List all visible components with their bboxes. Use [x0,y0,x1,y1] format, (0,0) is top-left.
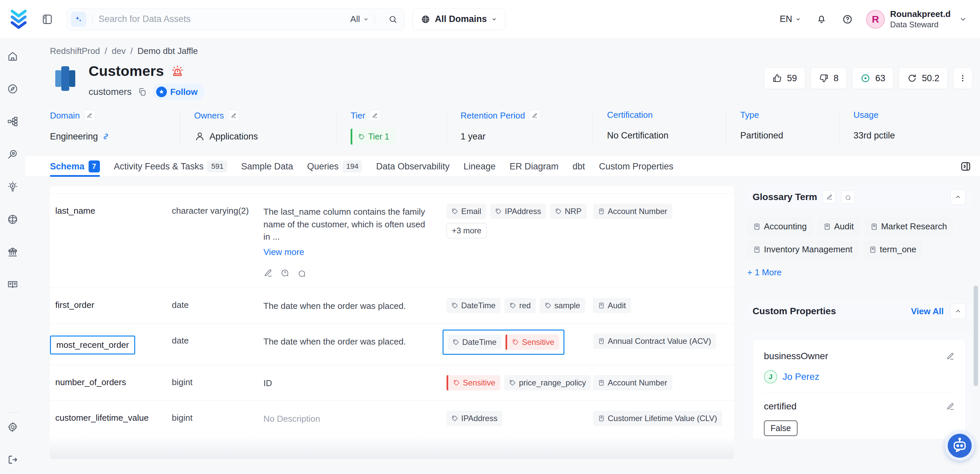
tag-chip[interactable]: IPAddress [490,204,546,219]
settings-gear-icon[interactable] [7,422,18,433]
search-icon[interactable] [388,14,398,24]
glossary-book-icon[interactable] [7,279,18,290]
request-description-icon[interactable] [280,269,290,278]
tag-chip[interactable]: price_range_policy [504,375,591,390]
tab-data-observability[interactable]: Data Observability [376,156,450,177]
ai-sparkle-icon[interactable] [71,12,86,27]
more-tags-chip[interactable]: +3 more [447,223,487,238]
tag-chip[interactable]: DateTime [447,334,501,350]
tab-activity-feeds[interactable]: Activity Feeds & Tasks591 [114,156,227,177]
edit-tier-button[interactable] [369,110,380,121]
sidebar-toggle-icon[interactable] [41,13,53,25]
follow-button[interactable]: Follow [153,84,204,100]
edit-glossary-button[interactable] [822,190,836,204]
collapse-custom-properties-button[interactable] [950,304,966,319]
glossary-term-chip[interactable]: Account Number [593,375,672,390]
lineage-sitemap-icon[interactable] [7,116,18,127]
tab-lineage[interactable]: Lineage [463,156,495,177]
owners-value[interactable]: Applications [210,132,258,142]
all-domains-button[interactable]: All Domains [412,9,505,30]
chatbot-button[interactable] [945,431,975,461]
search-input[interactable] [99,14,350,24]
quality-score-button[interactable]: 63 [852,68,893,89]
glossary-term-chip[interactable]: Customer Lifetime Value (CLV) [593,411,722,426]
help-icon[interactable] [842,14,853,25]
tab-queries[interactable]: Queries194 [307,156,362,177]
explore-compass-icon[interactable] [7,83,18,94]
highlighted-column-name[interactable]: most_recent_order [50,336,135,355]
collapse-panel-icon[interactable] [960,161,971,172]
glossary-term-chip[interactable]: term_one [863,240,923,259]
edit-retention-button[interactable] [529,110,541,121]
copy-icon[interactable] [137,87,147,97]
user-menu-chevron-icon[interactable] [959,16,967,23]
tab-sample-data[interactable]: Sample Data [241,156,293,177]
window-scrollbar[interactable] [974,286,978,386]
tab-dbt[interactable]: dbt [573,156,585,177]
language-select[interactable]: EN [780,14,801,24]
notifications-bell-icon[interactable] [816,14,827,25]
tag-chip[interactable]: sample [540,298,585,313]
breadcrumb-item[interactable]: RedshiftProd [50,46,100,56]
glossary-more-link[interactable]: + 1 More [747,267,781,278]
home-icon[interactable] [7,51,18,62]
tab-custom-properties[interactable]: Custom Properties [599,156,674,177]
owner-user-link[interactable]: Jo Perez [783,371,819,382]
conversation-icon[interactable] [298,269,306,278]
edit-property-icon[interactable] [946,352,955,361]
table-row[interactable]: customer_lifetime_value bigint No Descri… [50,401,734,436]
column-name[interactable]: number_of_orders [55,375,172,390]
glossary-comments-button[interactable] [841,190,854,204]
glossary-term-chip[interactable]: Accounting [747,217,813,236]
collapse-glossary-button[interactable] [950,189,966,205]
more-actions-button[interactable] [953,68,972,89]
breadcrumb-item[interactable]: dev [112,46,126,56]
domain-value[interactable]: Engineering [50,132,98,142]
table-row[interactable]: last_name character varying(2) The last_… [50,193,734,288]
freshness-button[interactable]: 50.2 [899,68,948,89]
app-logo[interactable] [9,9,29,30]
link-icon[interactable] [102,132,110,140]
govern-bank-icon[interactable] [7,247,18,258]
column-name[interactable]: first_order [55,298,172,313]
edit-property-icon[interactable] [946,402,955,411]
tag-chip[interactable]: red [504,298,536,313]
tag-chip[interactable]: DateTime [447,298,501,313]
view-more-link[interactable]: View more [263,246,433,259]
sensitive-tag-chip[interactable]: Sensitive [506,334,559,350]
downvote-button[interactable]: 8 [810,68,847,89]
tag-chip[interactable]: Email [447,204,486,219]
table-row[interactable]: first_order date The date when the order… [50,288,734,323]
glossary-term-chip[interactable]: Account Number [593,204,672,219]
tab-er-diagram[interactable]: ER Diagram [509,156,558,177]
tag-chip[interactable]: NRP [550,204,587,219]
column-name[interactable]: most_recent_order [55,334,172,355]
domains-globe-icon[interactable] [7,214,18,225]
sensitive-tag-chip[interactable]: Sensitive [447,375,500,390]
glossary-term-chip[interactable]: Market Research [864,217,953,236]
logout-icon[interactable] [7,454,18,465]
edit-owners-button[interactable] [228,110,239,121]
user-menu[interactable]: R Rounakpreet.d Data Steward [866,9,951,30]
edit-domain-button[interactable] [84,110,95,121]
edit-description-icon[interactable] [263,269,272,278]
column-name[interactable]: customer_lifetime_value [55,411,172,426]
glossary-term-chip[interactable]: Audit [818,217,860,236]
column-name[interactable]: last_name [55,204,172,278]
breadcrumb-item-current[interactable]: Demo dbt Jaffle [137,46,198,56]
observability-icon[interactable] [7,148,18,160]
global-search[interactable]: All [67,8,404,30]
table-row-highlighted[interactable]: most_recent_order date The date when the… [50,323,734,365]
glossary-term-chip[interactable]: Audit [593,298,631,313]
glossary-term-chip[interactable]: Annual Contract Value (ACV) [593,334,716,349]
table-row[interactable]: number_of_orders bigint ID Sensitive pri… [50,365,734,401]
insights-bulb-icon[interactable] [7,181,18,192]
alert-siren-icon[interactable] [170,64,185,78]
tag-chip[interactable]: IPAddress [447,411,503,426]
search-scope-select[interactable]: All [350,14,369,24]
upvote-button[interactable]: 59 [764,68,805,89]
glossary-term-chip[interactable]: Inventory Management [747,240,859,259]
tier-badge[interactable]: Tier 1 [351,129,395,145]
view-all-link[interactable]: View All [911,306,944,317]
tab-schema[interactable]: Schema7 [50,156,100,177]
